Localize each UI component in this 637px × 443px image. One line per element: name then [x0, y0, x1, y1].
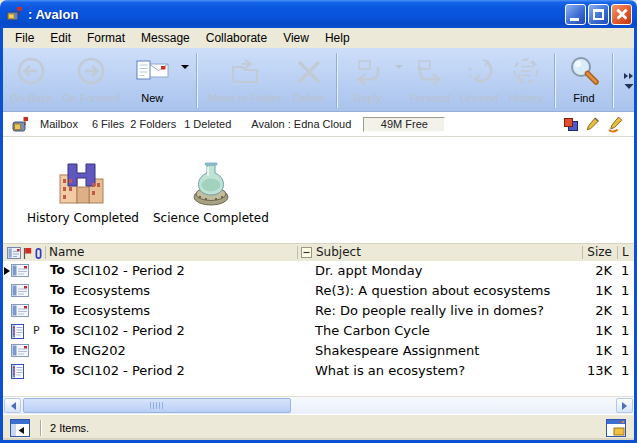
list-header: Name Subject Size L	[3, 243, 634, 261]
folder-label: Science Completed	[153, 211, 269, 225]
go-forward-button[interactable]: Go Forward	[57, 51, 125, 110]
menu-format[interactable]: Format	[79, 29, 133, 47]
items-layers-icon[interactable]	[563, 117, 579, 132]
recipient-name: SCI102 - Period 2	[73, 323, 185, 338]
infobar-icons	[563, 116, 626, 133]
forward-icon	[410, 56, 450, 88]
files-count: 6 Files	[92, 118, 124, 130]
pane-view-icon[interactable]	[606, 419, 626, 437]
horizontal-scrollbar[interactable]	[3, 396, 634, 414]
window-title: : Avalon	[28, 7, 565, 22]
last-modified-column-header[interactable]: L	[622, 245, 629, 259]
toolbar-overflow-icon	[623, 71, 635, 91]
menu-help[interactable]: Help	[317, 29, 358, 47]
new-button[interactable]: New	[125, 51, 179, 110]
right-arrow-icon	[622, 402, 631, 410]
scroll-right-button[interactable]	[616, 398, 633, 413]
scrollbar-thumb[interactable]	[23, 398, 291, 413]
pane-toggle-icon[interactable]	[10, 419, 30, 437]
last-modified-clipped: 1	[621, 363, 633, 378]
message-size: 1K	[548, 343, 612, 358]
unsend-button[interactable]: Unsend	[455, 51, 503, 110]
folders-count: 2 Folders	[130, 118, 176, 130]
delete-icon	[292, 56, 326, 88]
message-size: 2K	[548, 303, 612, 318]
history-button[interactable]: History	[503, 51, 549, 110]
size-column-header[interactable]: Size	[587, 245, 612, 259]
message-icon	[11, 304, 29, 317]
move-to-folder-button[interactable]: Move to Folder	[203, 51, 286, 110]
menu-view[interactable]: View	[275, 29, 317, 47]
application-window: : Avalon FileEditFormatMessageCollaborat…	[0, 0, 637, 443]
list-item[interactable]: ToEcosystemsRe(3): A question about ecos…	[3, 281, 634, 301]
scroll-left-button[interactable]	[4, 398, 21, 413]
title-bar: : Avalon	[0, 0, 637, 28]
toolbar-button-label: Unsend	[460, 92, 498, 104]
left-arrow-icon	[7, 402, 16, 410]
flag-column-icon[interactable]	[23, 247, 32, 260]
toolbar-separator	[336, 53, 338, 108]
to-label: To	[50, 263, 65, 277]
protected-flag: P	[33, 324, 40, 337]
menu-edit[interactable]: Edit	[42, 29, 79, 47]
move-to-folder-icon	[225, 56, 265, 88]
server-user-label: Avalon : Edna Cloud	[251, 118, 351, 130]
message-type-column-icon[interactable]	[7, 247, 21, 259]
go-back-button[interactable]: Go Back	[5, 51, 57, 110]
list-item[interactable]: ToENG202Shakespeare Assignment1K1	[3, 341, 634, 361]
mailbox-small-icon	[11, 116, 30, 133]
folder-label: History Completed	[27, 211, 139, 225]
to-label: To	[50, 303, 65, 317]
subject-column-header[interactable]: Subject	[316, 245, 361, 259]
menu-file[interactable]: File	[7, 29, 42, 47]
collapse-icon[interactable]	[301, 247, 312, 258]
go-forward-icon	[74, 56, 108, 88]
document-icon	[11, 324, 24, 339]
message-size: 2K	[548, 263, 612, 278]
delete-button[interactable]: Delete	[287, 51, 331, 110]
list-item[interactable]: ToEcosystemsRe: Do people really live in…	[3, 301, 634, 321]
history-icon	[508, 56, 544, 88]
to-label: To	[50, 323, 65, 337]
toolbar: Go BackGo ForwardNewMove to FolderDelete…	[3, 48, 634, 112]
free-space-meter: 49M Free	[363, 117, 445, 132]
reply-button[interactable]: Reply	[343, 51, 393, 110]
forward-button[interactable]: Forward	[405, 51, 455, 110]
name-column-header[interactable]: Name	[49, 245, 84, 259]
folder-history-completed[interactable]: History Completed	[27, 151, 139, 225]
message-size: 1K	[548, 283, 612, 298]
attachment-column-icon[interactable]	[34, 247, 43, 260]
toolbar-button-label: Delete	[293, 92, 325, 104]
toolbar-overflow-button[interactable]	[619, 51, 637, 110]
recipient-name: Ecosystems	[73, 283, 150, 298]
dropdown-arrow-icon[interactable]	[395, 65, 403, 73]
list-item[interactable]: ToSCI102 - Period 2What is an ecosystem?…	[3, 361, 634, 381]
menu-collaborate[interactable]: Collaborate	[198, 29, 275, 47]
minimize-button[interactable]	[565, 4, 586, 25]
history-building-icon	[55, 161, 111, 207]
message-subject: Re(3): A question about ecosystems	[315, 283, 550, 298]
menu-bar: FileEditFormatMessageCollaborateViewHelp	[3, 28, 634, 48]
pencil-icon[interactable]	[586, 116, 600, 132]
toolbar-button-label: Reply	[354, 92, 382, 104]
maximize-button[interactable]	[588, 4, 609, 25]
list-item[interactable]: PToSCI102 - Period 2The Carbon Cycle1K1	[3, 321, 634, 341]
last-modified-clipped: 1	[621, 343, 633, 358]
go-back-icon	[14, 56, 48, 88]
mailbox-info-bar: Mailbox 6 Files 2 Folders 1 Deleted Aval…	[3, 112, 634, 137]
find-button[interactable]: Find	[561, 51, 607, 110]
close-button[interactable]	[611, 4, 632, 25]
dropdown-arrow-icon[interactable]	[181, 65, 189, 73]
last-modified-clipped: 1	[621, 263, 633, 278]
statusbar-separator	[40, 420, 42, 436]
toolbar-button-label: Go Back	[10, 92, 52, 104]
recipient-name: SCI102 - Period 2	[73, 363, 185, 378]
toolbar-separator	[196, 53, 198, 108]
list-item[interactable]: ToSCI102 - Period 2Dr. appt Monday2K1	[3, 261, 634, 281]
current-item-marker-icon	[4, 267, 10, 275]
recipient-name: ENG202	[73, 343, 126, 358]
signature-pen-icon[interactable]	[607, 116, 626, 133]
folder-science-completed[interactable]: Science Completed	[153, 151, 269, 225]
column-separator	[45, 246, 46, 259]
menu-message[interactable]: Message	[133, 29, 198, 47]
